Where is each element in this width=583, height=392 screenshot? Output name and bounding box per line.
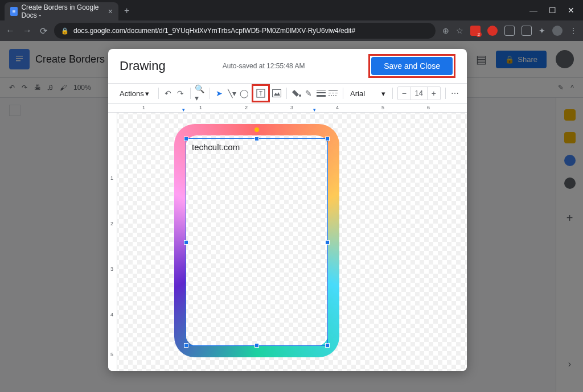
- border-dash-icon[interactable]: [329, 86, 339, 100]
- font-family-select[interactable]: Arial ▾: [348, 89, 388, 98]
- forward-icon[interactable]: →: [23, 26, 32, 36]
- autosave-status: Auto-saved at 12:55:48 AM: [223, 62, 305, 70]
- svg-rect-13: [329, 93, 331, 93]
- profile-avatar-icon[interactable]: [552, 26, 563, 36]
- svg-point-8: [299, 94, 301, 97]
- textbox-selection[interactable]: techcult.com: [186, 138, 328, 346]
- save-and-close-button[interactable]: Save and Close: [371, 57, 453, 75]
- textbox-tool-highlight: T: [252, 84, 270, 102]
- docs-favicon: ≡: [10, 7, 18, 16]
- svg-marker-7: [274, 92, 280, 96]
- browser-tab[interactable]: ≡ Create Borders in Google Docs - ×: [5, 2, 118, 20]
- tab-title: Create Borders in Google Docs -: [21, 3, 104, 19]
- close-window-icon[interactable]: ✕: [568, 6, 574, 15]
- resize-handle-br[interactable]: [325, 343, 330, 348]
- svg-rect-16: [329, 95, 330, 96]
- url-text: docs.google.com/document/d/1_9YUqHxlXvYm…: [73, 27, 355, 35]
- browser-menu-icon[interactable]: ⋮: [569, 26, 577, 35]
- close-tab-icon[interactable]: ×: [108, 7, 113, 16]
- font-size-control: − 14 +: [397, 86, 441, 100]
- resize-handle-tm[interactable]: [254, 137, 259, 141]
- line-tool-icon[interactable]: ╲▾: [227, 86, 237, 100]
- svg-rect-9: [317, 90, 326, 90]
- image-tool-icon[interactable]: [272, 86, 282, 100]
- back-icon[interactable]: ←: [6, 26, 15, 36]
- vertical-ruler[interactable]: 1 2 3 4 5: [108, 113, 117, 371]
- resize-handle-mr[interactable]: [325, 240, 330, 245]
- resize-handle-ml[interactable]: [184, 240, 188, 245]
- url-bar[interactable]: 🔒 docs.google.com/document/d/1_9YUqHxlXv…: [54, 23, 436, 39]
- save-close-highlight: Save and Close: [368, 54, 455, 78]
- indent-marker-left-icon[interactable]: ▾: [182, 107, 185, 113]
- textbox-content[interactable]: techcult.com: [186, 139, 327, 155]
- window-controls: — ☐ ✕: [529, 6, 583, 20]
- extension-todoist-icon[interactable]: 2: [470, 26, 481, 36]
- font-size-input[interactable]: 14: [410, 87, 428, 100]
- browser-tabstrip: ≡ Create Borders in Google Docs - × + — …: [0, 0, 583, 20]
- indent-marker-right-icon[interactable]: ▾: [313, 107, 316, 113]
- increase-font-button[interactable]: +: [428, 89, 440, 98]
- zoom-icon[interactable]: ⊕: [442, 26, 449, 35]
- chevron-down-icon: ▾: [381, 89, 385, 98]
- lock-icon: 🔒: [61, 27, 69, 35]
- resize-handle-bl[interactable]: [184, 343, 188, 348]
- svg-rect-12: [329, 90, 338, 91]
- svg-text:T: T: [258, 90, 262, 97]
- extension-video-icon[interactable]: [504, 26, 515, 36]
- drawing-toolbar: Actions▾ ↶ ↷ 🔍▾ ➤ ╲▾ ◯ T ✎ Ari: [108, 83, 467, 104]
- shape-tool-icon[interactable]: ◯: [239, 86, 249, 100]
- border-color-icon[interactable]: ✎: [303, 86, 314, 100]
- resize-handle-tl[interactable]: [184, 137, 188, 141]
- resize-handle-tr[interactable]: [325, 137, 330, 141]
- textbox-tool-icon[interactable]: T: [254, 86, 268, 100]
- redo-icon[interactable]: ↷: [175, 86, 186, 100]
- drawing-canvas-area: 1 2 3 4 5 techcult.com: [108, 113, 467, 371]
- horizontal-ruler[interactable]: 1 1 2 3 4 5 6 ▾ ▾: [108, 104, 467, 113]
- drawing-canvas[interactable]: techcult.com: [117, 113, 467, 371]
- browser-toolbar: ← → ⟳ 🔒 docs.google.com/document/d/1_9YU…: [0, 20, 583, 41]
- zoom-tool-icon[interactable]: 🔍▾: [195, 86, 205, 100]
- svg-rect-6: [273, 90, 281, 97]
- extension-shield-icon[interactable]: [487, 26, 498, 36]
- reload-icon[interactable]: ⟳: [40, 26, 47, 36]
- svg-rect-14: [332, 93, 334, 93]
- actions-menu[interactable]: Actions▾: [115, 87, 154, 100]
- resize-handle-bm[interactable]: [254, 343, 259, 348]
- undo-icon[interactable]: ↶: [163, 86, 173, 100]
- svg-rect-17: [331, 95, 332, 96]
- extensions-puzzle-icon[interactable]: ✦: [539, 26, 545, 35]
- extension-cast-icon[interactable]: [522, 26, 532, 36]
- new-tab-button[interactable]: +: [124, 6, 129, 16]
- select-tool-icon[interactable]: ➤: [215, 86, 225, 100]
- dialog-title: Drawing: [120, 59, 166, 73]
- extension-badge: 2: [476, 32, 482, 37]
- fill-color-icon[interactable]: [292, 86, 302, 100]
- svg-rect-11: [317, 95, 326, 97]
- svg-rect-19: [335, 95, 336, 96]
- chevron-down-icon: ▾: [145, 89, 149, 98]
- bookmark-star-icon[interactable]: ☆: [456, 26, 463, 35]
- svg-rect-18: [333, 95, 334, 96]
- rotate-handle[interactable]: [254, 127, 259, 132]
- svg-rect-10: [317, 92, 326, 93]
- drawing-dialog: Drawing Auto-saved at 12:55:48 AM Save a…: [108, 49, 467, 371]
- border-weight-icon[interactable]: [316, 86, 326, 100]
- svg-rect-15: [335, 93, 338, 93]
- minimize-icon[interactable]: —: [529, 6, 537, 15]
- decrease-font-button[interactable]: −: [398, 89, 410, 98]
- more-options-icon[interactable]: ⋯: [450, 86, 460, 100]
- maximize-icon[interactable]: ☐: [549, 6, 556, 15]
